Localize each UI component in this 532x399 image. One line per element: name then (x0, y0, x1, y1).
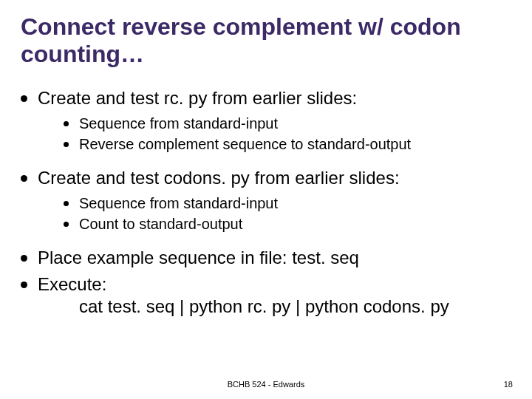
bullet-icon (64, 201, 69, 206)
list-item: Sequence from standard-input (64, 114, 511, 133)
slide: Connect reverse complement w/ codon coun… (0, 0, 532, 399)
list-item: Place example sequence in file: test. se… (21, 247, 511, 269)
bullet-icon (64, 121, 69, 126)
bullet-text: Sequence from standard-input (79, 194, 278, 213)
bullet-list: Create and test rc. py from earlier slid… (21, 87, 511, 318)
footer-center: BCHB 524 - Edwards (0, 380, 532, 389)
list-item: Create and test rc. py from earlier slid… (21, 87, 511, 109)
bullet-icon (21, 255, 27, 262)
list-item: Sequence from standard-input (64, 194, 511, 213)
bullet-text: Create and test codons. py from earlier … (38, 167, 400, 189)
page-number: 18 (504, 380, 513, 389)
list-item: Reverse complement sequence to standard-… (64, 134, 511, 154)
bullet-icon (21, 282, 27, 288)
bullet-text: Count to standard-output (79, 214, 242, 233)
bullet-icon (64, 222, 69, 227)
bullet-icon (21, 95, 27, 102)
bullet-text: Place example sequence in file: test. se… (38, 247, 359, 269)
bullet-text: Create and test rc. py from earlier slid… (38, 87, 357, 109)
bullet-text: Reverse complement sequence to standard-… (79, 134, 411, 154)
list-item: Count to standard-output (64, 214, 511, 233)
bullet-body: Execute: cat test. seq | python rc. py |… (38, 273, 449, 318)
bullet-text: Sequence from standard-input (79, 114, 278, 133)
list-item: Execute: cat test. seq | python rc. py |… (21, 273, 511, 318)
sublist: Sequence from standard-input Reverse com… (64, 114, 511, 154)
list-item: Create and test codons. py from earlier … (21, 167, 511, 189)
bullet-icon (21, 175, 27, 182)
sublist: Sequence from standard-input Count to st… (64, 194, 511, 233)
bullet-text: Execute: (38, 273, 449, 296)
code-line: cat test. seq | python rc. py | python c… (79, 296, 449, 318)
bullet-icon (64, 142, 69, 147)
slide-title: Connect reverse complement w/ codon coun… (21, 13, 511, 68)
